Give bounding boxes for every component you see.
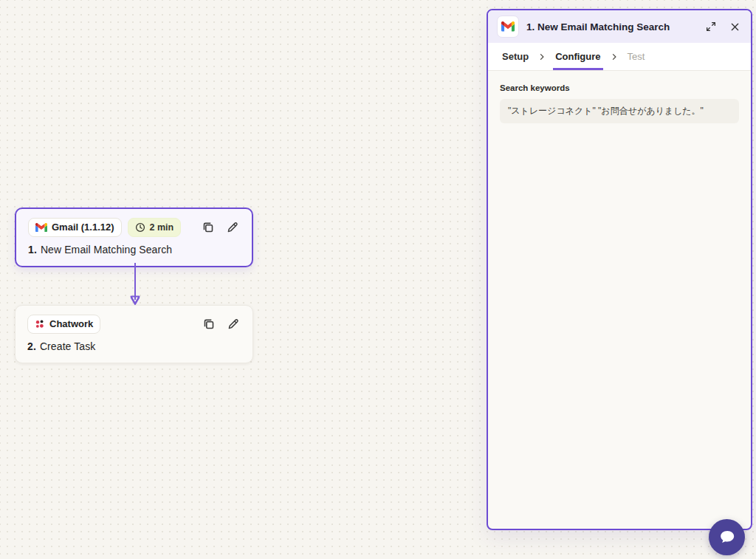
step-config-panel: 1. New Email Matching Search — [487, 9, 752, 530]
close-panel-button[interactable] — [727, 19, 742, 34]
node-title-text: New Email Matching Search — [41, 244, 172, 256]
node-actions — [201, 220, 240, 235]
clock-icon — [135, 222, 145, 233]
copy-icon — [202, 221, 215, 234]
edit-node-button[interactable] — [226, 317, 241, 332]
close-icon — [729, 21, 740, 32]
search-keywords-input[interactable]: "ストレージコネクト" "お問合せがありました。" — [500, 99, 739, 123]
pencil-icon — [227, 318, 240, 331]
duration-chip-label: 2 min — [150, 221, 174, 234]
panel-body: Search keywords "ストレージコネクト" "お問合せがありました。… — [488, 71, 751, 529]
chevron-right-icon — [610, 52, 619, 61]
tab-setup[interactable]: Setup — [500, 43, 531, 70]
panel-title: 1. New Email Matching Search — [526, 21, 696, 32]
chatwork-icon — [35, 319, 45, 329]
tab-test[interactable]: Test — [625, 43, 647, 70]
duplicate-node-button[interactable] — [202, 317, 216, 332]
node-chip-row: Gmail (1.1.12) 2 min — [28, 218, 240, 237]
node-title-text: Create Task — [40, 340, 96, 352]
copy-icon — [202, 318, 216, 331]
node-actions — [202, 317, 241, 332]
chat-widget-button[interactable] — [709, 519, 745, 555]
node-title: 1.New Email Matching Search — [28, 244, 240, 256]
duplicate-node-button[interactable] — [201, 220, 216, 235]
node-chip-row: Chatwork — [27, 315, 241, 334]
workflow-node-chatwork[interactable]: Chatwork — [15, 305, 253, 363]
panel-header: 1. New Email Matching Search — [488, 10, 751, 43]
gmail-app-badge — [497, 16, 519, 38]
edit-node-button[interactable] — [225, 220, 240, 235]
panel-header-actions — [704, 19, 742, 34]
gmail-icon — [35, 223, 47, 232]
chatwork-app-chip: Chatwork — [27, 315, 100, 334]
workflow-node-gmail[interactable]: Gmail (1.1.12) 2 min — [15, 208, 253, 267]
node-number: 2. — [27, 340, 36, 352]
gmail-app-chip-label: Gmail (1.1.12) — [52, 221, 114, 234]
tab-configure[interactable]: Configure — [553, 43, 602, 70]
search-keywords-label: Search keywords — [500, 83, 739, 92]
chevron-right-icon — [537, 52, 546, 61]
chat-bubble-icon — [717, 527, 737, 547]
expand-icon — [705, 21, 717, 32]
gmail-icon — [501, 21, 515, 32]
duration-chip: 2 min — [128, 218, 182, 237]
gmail-app-chip: Gmail (1.1.12) — [28, 218, 122, 237]
expand-panel-button[interactable] — [704, 19, 718, 34]
node-number: 1. — [28, 244, 37, 256]
chatwork-app-chip-label: Chatwork — [49, 318, 93, 331]
connector-arrow — [129, 263, 141, 309]
step-tabs: Setup Configure Test — [488, 43, 751, 71]
node-title: 2.Create Task — [27, 340, 241, 352]
pencil-icon — [226, 221, 239, 234]
